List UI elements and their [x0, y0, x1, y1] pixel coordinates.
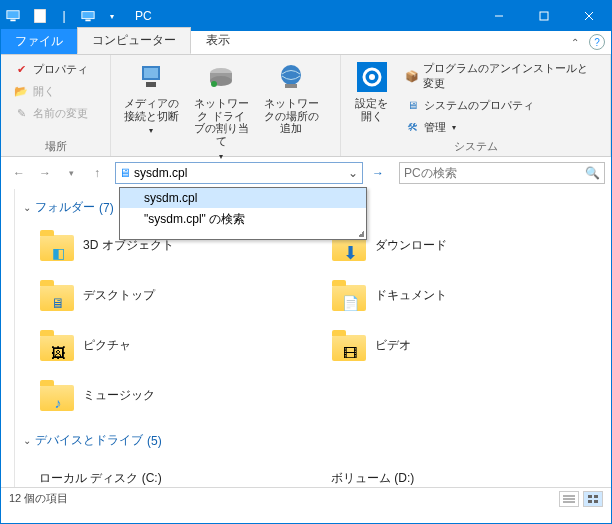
section-title: フォルダー: [35, 199, 95, 216]
section-count: (7): [99, 201, 114, 215]
chevron-down-icon: ⌄: [23, 202, 31, 213]
autocomplete-resize[interactable]: [120, 231, 366, 239]
autocomplete-item[interactable]: "sysdm.cpl" の検索: [120, 208, 366, 231]
back-button[interactable]: ←: [7, 161, 31, 185]
autocomplete-item[interactable]: sysdm.cpl: [120, 188, 366, 208]
qat-computer-icon[interactable]: [77, 5, 99, 27]
section-count: (5): [147, 434, 162, 448]
item-count: 12 個の項目: [9, 491, 68, 506]
qat-file-icon[interactable]: [29, 5, 51, 27]
map-drive-button[interactable]: ネットワーク ドライブの割り当て▾: [189, 59, 253, 163]
globe-icon: [275, 61, 307, 93]
forward-button[interactable]: →: [33, 161, 57, 185]
download-arrow-icon: ⬇: [340, 243, 360, 263]
folder-pictures[interactable]: 🖼 ピクチャ: [39, 324, 311, 366]
help-icon[interactable]: ?: [589, 34, 605, 50]
quick-access-toolbar: | ▾: [29, 5, 123, 27]
checkmark-icon: ✔: [13, 61, 29, 77]
svg-rect-5: [85, 20, 90, 22]
cube-icon: ◧: [48, 243, 68, 263]
icons-view-button[interactable]: [583, 491, 603, 507]
details-view-button[interactable]: [559, 491, 579, 507]
folder-music[interactable]: ♪ ミュージック: [39, 374, 311, 416]
nav-pane-gutter[interactable]: [1, 189, 15, 487]
manage-icon: 🛠: [404, 119, 420, 135]
svg-point-17: [281, 65, 301, 85]
address-autocomplete: sysdm.cpl "sysdm.cpl" の検索: [119, 187, 367, 240]
drive-c[interactable]: ローカル ディスク (C:): [39, 457, 311, 487]
group-label-places: 場所: [9, 137, 102, 154]
status-bar: 12 個の項目: [1, 487, 611, 509]
media-connect-button[interactable]: メディアの接続と切断▾: [119, 59, 183, 163]
document-icon: 📄: [340, 293, 360, 313]
manage-button[interactable]: 🛠管理▾: [400, 117, 602, 137]
section-drives[interactable]: ⌄ デバイスとドライブ (5): [23, 432, 603, 449]
recent-dropdown[interactable]: ▾: [59, 161, 83, 185]
address-dropdown-icon[interactable]: ⌄: [344, 166, 362, 180]
box-icon: 📦: [404, 68, 419, 84]
open-icon: 📂: [13, 83, 29, 99]
ribbon-group-system: 設定を開く 📦プログラムのアンインストールと変更 🖥システムのプロパティ 🛠管理…: [341, 55, 611, 156]
search-input[interactable]: [404, 166, 585, 180]
svg-rect-27: [588, 500, 592, 503]
svg-rect-7: [540, 12, 548, 20]
tab-computer[interactable]: コンピューター: [77, 27, 191, 54]
folders-grid: ◧ 3D オブジェクト ⬇ ダウンロード 🖥 デスクトップ 📄 ドキュメント 🖼…: [39, 224, 603, 416]
ribbon-group-places: ✔プロパティ 📂開く ✎名前の変更 場所: [1, 55, 111, 156]
svg-rect-28: [594, 500, 598, 503]
drives-grid: ローカル ディスク (C:) ボリューム (D:): [39, 457, 603, 487]
pc-icon: [5, 8, 21, 24]
svg-rect-25: [588, 495, 592, 498]
section-title: デバイスとドライブ: [35, 432, 143, 449]
tab-view[interactable]: 表示: [191, 27, 245, 54]
folder-desktop[interactable]: 🖥 デスクトップ: [39, 274, 311, 316]
svg-rect-1: [10, 20, 15, 22]
desktop-icon: 🖥: [48, 293, 68, 313]
svg-rect-4: [82, 12, 94, 19]
open-settings-button[interactable]: 設定を開く: [349, 59, 394, 137]
qat-divider: |: [53, 5, 75, 27]
folder-downloads[interactable]: ⬇ ダウンロード: [331, 224, 603, 266]
drive-d[interactable]: ボリューム (D:): [331, 457, 603, 487]
uninstall-button[interactable]: 📦プログラムのアンインストールと変更: [400, 59, 602, 93]
rename-button: ✎名前の変更: [9, 103, 92, 123]
ribbon: ✔プロパティ 📂開く ✎名前の変更 場所 メディアの接続と切断▾ ネットワーク …: [1, 55, 611, 157]
ribbon-group-network: メディアの接続と切断▾ ネットワーク ドライブの割り当て▾ ネットワークの場所の…: [111, 55, 341, 156]
svg-rect-2: [34, 9, 46, 23]
svg-point-16: [211, 81, 217, 87]
navbar: ← → ▾ ↑ 🖥 ⌄ → 🔍 sysdm.cpl "sysdm.cpl" の検…: [1, 157, 611, 189]
svg-rect-11: [144, 68, 158, 78]
svg-point-21: [369, 74, 375, 80]
svg-rect-26: [594, 495, 598, 498]
window-title: PC: [135, 9, 152, 23]
svg-rect-0: [7, 11, 19, 19]
rename-icon: ✎: [13, 105, 29, 121]
film-icon: 🎞: [340, 343, 360, 363]
tab-file[interactable]: ファイル: [1, 29, 77, 54]
open-button: 📂開く: [9, 81, 92, 101]
go-button[interactable]: →: [367, 162, 389, 184]
qat-dropdown[interactable]: ▾: [101, 5, 123, 27]
system-properties-button[interactable]: 🖥システムのプロパティ: [400, 95, 602, 115]
properties-button[interactable]: ✔プロパティ: [9, 59, 92, 79]
folder-videos[interactable]: 🎞 ビデオ: [331, 324, 603, 366]
search-icon[interactable]: 🔍: [585, 166, 600, 180]
add-location-button[interactable]: ネットワークの場所の追加: [259, 59, 323, 163]
address-bar[interactable]: 🖥 ⌄: [115, 162, 363, 184]
minimize-button[interactable]: [476, 1, 521, 31]
music-note-icon: ♪: [48, 393, 68, 413]
media-icon: [135, 61, 167, 93]
maximize-button[interactable]: [521, 1, 566, 31]
up-button[interactable]: ↑: [85, 161, 109, 185]
search-box[interactable]: 🔍: [399, 162, 605, 184]
drive-icon: [205, 61, 237, 93]
folder-documents[interactable]: 📄 ドキュメント: [331, 274, 603, 316]
chevron-down-icon: ⌄: [23, 435, 31, 446]
svg-rect-12: [146, 82, 156, 87]
address-input[interactable]: [134, 166, 344, 180]
ribbon-collapse-icon[interactable]: ⌃: [567, 34, 583, 50]
ribbon-tabs: ファイル コンピューター 表示 ⌃ ?: [1, 31, 611, 55]
settings-gear-icon: [356, 61, 388, 93]
close-button[interactable]: [566, 1, 611, 31]
svg-rect-18: [285, 84, 297, 88]
